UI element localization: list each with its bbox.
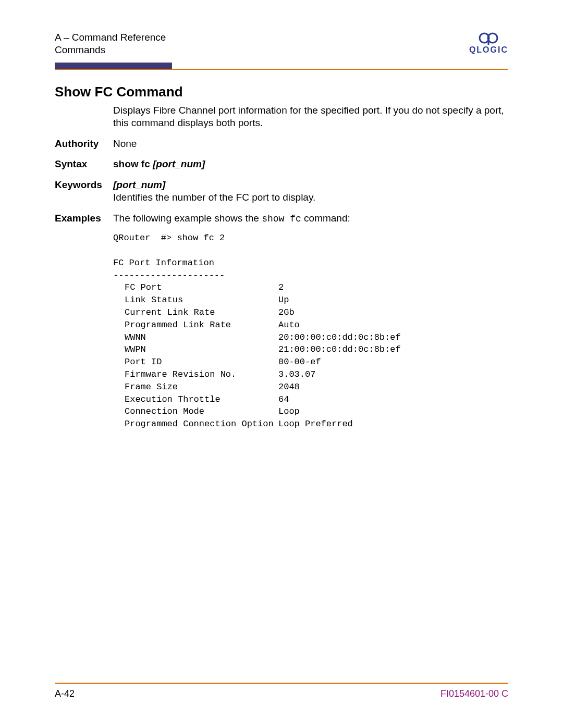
keywords-label: Keywords — [55, 179, 113, 204]
table-row: WWNN20:00:00:c0:dd:0c:8b:ef — [113, 331, 508, 344]
page-title: Show FC Command — [55, 83, 508, 101]
header-section: A – Command Reference — [55, 31, 166, 44]
examples-label: Examples — [55, 212, 113, 430]
authority-value: None — [113, 138, 508, 150]
qlogic-logo: QLOGIC — [469, 31, 508, 55]
table-row: Frame Size2048 — [113, 381, 508, 393]
authority-label: Authority — [55, 138, 113, 150]
table-row: Port ID00-00-ef — [113, 356, 508, 368]
example-block-title: FC Port Information — [113, 257, 508, 269]
keyword-desc: Identifies the number of the FC port to … — [113, 191, 508, 204]
table-row: Link StatusUp — [113, 294, 508, 306]
footer-rule — [55, 683, 508, 684]
examples-line-pre: The following example shows the — [113, 213, 262, 224]
example-block-rule: --------------------- — [113, 269, 508, 282]
examples-line-post: command: — [301, 213, 350, 224]
logo-text: QLOGIC — [469, 45, 508, 55]
example-prompt: QRouter #> show fc 2 — [113, 232, 508, 244]
syntax-arg: [port_num] — [153, 158, 205, 169]
header-subsection: Commands — [55, 44, 166, 56]
table-row: Current Link Rate2Gb — [113, 306, 508, 319]
table-row: Connection ModeLoop — [113, 405, 508, 418]
syntax-label: Syntax — [55, 158, 113, 170]
syntax-command: show fc — [113, 158, 153, 169]
page-number: A-42 — [55, 688, 75, 700]
keyword-arg: [port_num] — [113, 179, 508, 191]
examples-line-cmd: show fc — [262, 214, 301, 224]
syntax-value: show fc [port_num] — [113, 158, 508, 170]
table-row: Programmed Link RateAuto — [113, 319, 508, 331]
example-output: FC Port Information --------------------… — [113, 257, 508, 430]
table-row: Firmware Revision No.3.03.07 — [113, 368, 508, 381]
table-row: FC Port2 — [113, 281, 508, 294]
intro-paragraph: Displays Fibre Channel port information … — [113, 104, 508, 129]
header-rule — [55, 69, 508, 70]
examples-line: The following example shows the show fc … — [113, 212, 508, 225]
document-number: FI0154601-00 C — [440, 688, 508, 700]
table-row: Programmed Connection OptionLoop Preferr… — [113, 418, 508, 430]
table-row: Execution Throttle64 — [113, 393, 508, 406]
table-row: WWPN21:00:00:c0:dd:0c:8b:ef — [113, 343, 508, 356]
